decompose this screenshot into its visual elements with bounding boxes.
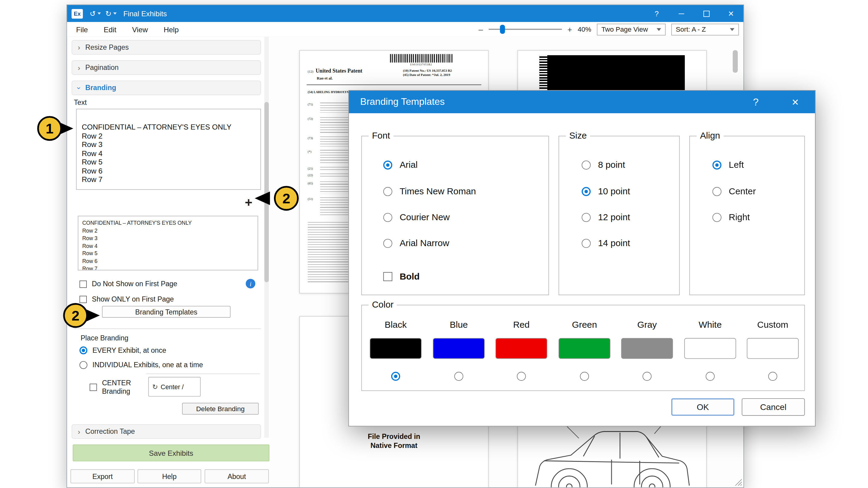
chevron-down-icon xyxy=(657,28,661,31)
radio-align-right[interactable] xyxy=(712,213,721,222)
zoom-slider[interactable] xyxy=(489,24,562,34)
individual-exhibit-label: INDIVIDUAL Exhibits, one at a time xyxy=(93,361,203,369)
radio-times-new-roman[interactable] xyxy=(383,187,393,196)
radio-align-left[interactable] xyxy=(712,161,721,170)
align-option-left: Left xyxy=(712,160,744,170)
zoom-slider-handle[interactable] xyxy=(500,25,505,34)
margin-tag: (22) xyxy=(308,173,313,177)
bold-option: Bold xyxy=(383,271,420,282)
color-swatch-green[interactable] xyxy=(558,338,610,359)
zoom-in-button[interactable]: + xyxy=(567,25,572,34)
dialog-title: Branding Templates xyxy=(360,96,444,107)
redo-icon[interactable]: ↻ xyxy=(105,10,112,17)
radio-arial-narrow[interactable] xyxy=(383,239,393,248)
font-option-courier: Courier New xyxy=(383,213,450,223)
info-icon[interactable]: i xyxy=(246,279,255,289)
radio-arial[interactable] xyxy=(383,161,393,170)
branding-text-row: Row 6 xyxy=(82,167,260,175)
undo-dropdown-caret-icon[interactable] xyxy=(97,12,101,14)
radio-color-green[interactable] xyxy=(580,372,589,381)
titlebar: Ex ↺ ↻ Final Exhibits ? ✕ xyxy=(67,5,744,22)
redo-dropdown-caret-icon[interactable] xyxy=(113,12,117,14)
delete-branding-button[interactable]: Delete Branding xyxy=(182,403,258,415)
window-maximize-button[interactable] xyxy=(694,5,718,22)
center-position-select[interactable]: ↻ Center / xyxy=(148,377,201,396)
branding-templates-button[interactable]: Branding Templates xyxy=(102,306,230,318)
callout-1: 1 xyxy=(37,116,62,141)
section-branding[interactable]: › Branding xyxy=(72,80,261,95)
patent-authors: Rao et al. xyxy=(317,76,333,80)
radio-8-point[interactable] xyxy=(582,161,591,170)
do-not-show-checkbox[interactable] xyxy=(80,280,87,287)
callout-arrow xyxy=(255,192,270,205)
divider xyxy=(146,373,260,374)
cancel-button[interactable]: Cancel xyxy=(742,398,805,416)
menu-file[interactable]: File xyxy=(76,25,88,33)
radio-color-gray[interactable] xyxy=(643,372,652,381)
radio-12-point[interactable] xyxy=(582,213,591,222)
margin-tag: (21) xyxy=(308,167,313,170)
radio-color-red[interactable] xyxy=(517,372,526,381)
save-exhibits-button[interactable]: Save Exhibits xyxy=(73,445,270,461)
individual-exhibit-radio[interactable] xyxy=(80,361,87,369)
export-button[interactable]: Export xyxy=(70,469,135,484)
window-minimize-button[interactable] xyxy=(669,5,694,22)
dialog-close-button[interactable]: ✕ xyxy=(787,95,804,109)
do-not-show-label: Do Not Show on First Page xyxy=(92,280,177,288)
radio-color-white[interactable] xyxy=(706,372,715,381)
menu-edit[interactable]: Edit xyxy=(104,25,116,33)
menu-help[interactable]: Help xyxy=(164,25,179,33)
branding-text-label: Text xyxy=(74,98,87,106)
zoom-out-button[interactable]: – xyxy=(478,25,483,34)
radio-align-center[interactable] xyxy=(712,187,721,196)
dialog-help-button[interactable]: ? xyxy=(747,95,764,109)
main-scrollbar-thumb[interactable] xyxy=(733,50,738,73)
ok-button[interactable]: OK xyxy=(671,398,734,416)
window-close-button[interactable]: ✕ xyxy=(718,5,743,22)
radio-14-point[interactable] xyxy=(582,239,591,248)
center-position-value: Center / xyxy=(161,384,184,390)
undo-icon[interactable]: ↺ xyxy=(90,10,96,17)
bold-checkbox[interactable] xyxy=(383,272,393,281)
radio-courier-new[interactable] xyxy=(383,213,393,222)
branding-preview-list[interactable]: CONFIDENTIAL – ATTORNEY'S EYES ONLY Row … xyxy=(78,216,258,270)
branding-text-row: Row 2 xyxy=(82,132,260,140)
branding-text-input[interactable]: CONFIDENTIAL – ATTORNEY'S EYES ONLY Row … xyxy=(76,109,261,190)
color-swatch-gray[interactable] xyxy=(621,338,673,359)
color-swatch-white[interactable] xyxy=(684,338,736,359)
sidebar: › Resize Pages › Pagination › Branding T… xyxy=(67,37,270,487)
view-mode-select[interactable]: Two Page View xyxy=(597,24,665,35)
color-swatch-red[interactable] xyxy=(495,338,547,359)
preview-row: CONFIDENTIAL – ATTORNEY'S EYES ONLY xyxy=(82,219,258,227)
show-only-checkbox[interactable] xyxy=(80,295,87,303)
native-format-line1: File Provided in xyxy=(300,432,488,441)
every-exhibit-radio[interactable] xyxy=(80,347,87,354)
zoom-slider-track xyxy=(489,29,562,30)
radio-color-custom[interactable] xyxy=(768,372,777,381)
section-pagination[interactable]: › Pagination xyxy=(72,60,261,75)
help-button[interactable]: Help xyxy=(137,469,201,484)
every-exhibit-radio-row: EVERY Exhibit, at once xyxy=(80,347,166,354)
section-correction-tape[interactable]: › Correction Tape xyxy=(72,424,261,439)
center-branding-checkbox[interactable] xyxy=(90,384,97,391)
app-icon: Ex xyxy=(72,9,83,19)
section-label: Correction Tape xyxy=(85,427,135,435)
color-swatch-blue[interactable] xyxy=(433,338,485,359)
radio-color-blue[interactable] xyxy=(454,372,463,381)
place-branding-label: Place Branding xyxy=(81,334,128,342)
menu-view[interactable]: View xyxy=(132,25,148,33)
view-mode-value: Two Page View xyxy=(601,25,648,33)
radio-10-point[interactable] xyxy=(582,187,591,196)
color-swatch-custom[interactable] xyxy=(747,338,799,359)
color-column-custom: Custom xyxy=(741,305,804,390)
section-resize-pages[interactable]: › Resize Pages xyxy=(72,40,261,55)
radio-color-black[interactable] xyxy=(391,372,400,381)
font-option-arial-narrow: Arial Narrow xyxy=(383,238,450,249)
about-button[interactable]: About xyxy=(205,469,269,484)
sort-select[interactable]: Sort: A - Z xyxy=(671,24,739,35)
font-group-label: Font xyxy=(369,131,393,141)
window-help-button[interactable]: ? xyxy=(644,5,669,22)
color-swatch-black[interactable] xyxy=(370,338,422,359)
add-row-button[interactable]: + xyxy=(241,194,256,210)
color-group: Color Black Blue Red Green xyxy=(361,305,805,391)
